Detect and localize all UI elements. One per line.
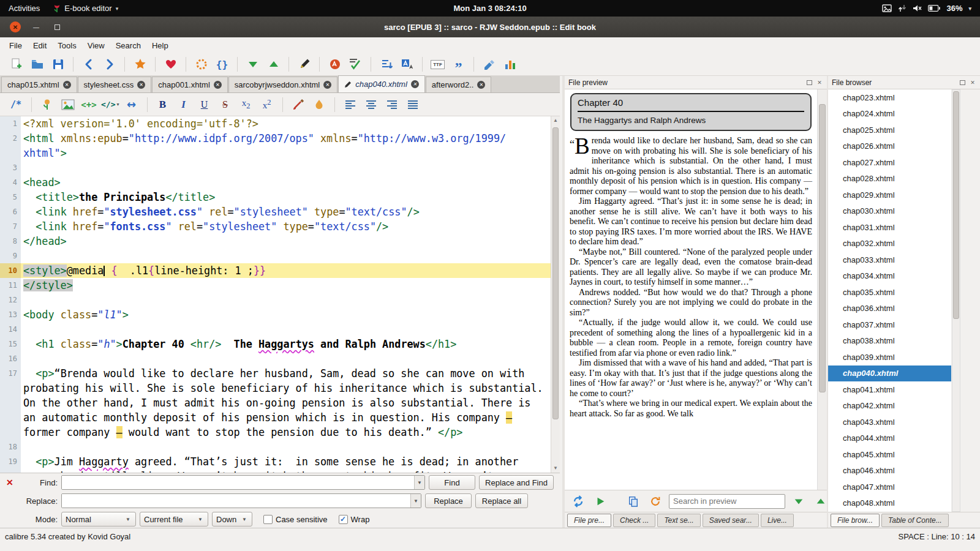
go-previous-icon[interactable] <box>265 56 282 73</box>
file-item-chap045-xhtml[interactable]: chap045.xhtml <box>828 446 951 463</box>
file-item-chap033-xhtml[interactable]: chap033.xhtml <box>828 252 951 268</box>
arrange-icon[interactable] <box>377 56 395 73</box>
file-item-chap037-xhtml[interactable]: chap037.xhtml <box>828 317 951 333</box>
direction-select[interactable]: Down▼ <box>212 512 252 527</box>
auto-reload-icon[interactable] <box>647 493 664 510</box>
clock[interactable]: Mon Jan 3 08:24:10 <box>0 4 980 13</box>
code-line[interactable]: 17 <p>“Brenda would like to declare her … <box>0 366 551 440</box>
chevron-down-icon[interactable]: ▾ <box>968 6 971 12</box>
maximize-button[interactable] <box>51 21 62 32</box>
run-icon[interactable] <box>592 493 609 510</box>
code-line[interactable]: 7 <link href="fonts.css" rel="stylesheet… <box>0 219 551 234</box>
file-item-chap040-xhtml[interactable]: chap040.xhtml <box>828 365 951 382</box>
code-line[interactable]: 2<html xmlns:epub="http://www.idpf.org/2… <box>0 131 551 160</box>
file-item-chap032-xhtml[interactable]: chap032.xhtml <box>828 236 951 252</box>
dock-tab-table-of-conte[interactable]: Table of Conte... <box>881 514 949 527</box>
close-panel-icon[interactable]: ✕ <box>969 79 976 86</box>
code-line[interactable]: 9 <box>0 249 551 263</box>
search-next-icon[interactable] <box>790 493 807 510</box>
donate-heart-icon[interactable] <box>162 56 179 73</box>
file-item-chap044-xhtml[interactable]: chap044.xhtml <box>828 430 951 447</box>
manage-fonts-icon[interactable]: TTF <box>429 56 447 73</box>
code-line[interactable]: 15 <h1 class="h">Chapter 40 <hr/> The Ha… <box>0 337 551 351</box>
tab-close-icon[interactable]: ✕ <box>214 81 222 89</box>
code-line[interactable]: 5 <title>the Principals</title> <box>0 190 551 204</box>
insert-special-character-icon[interactable] <box>39 96 56 113</box>
file-item-chap042-xhtml[interactable]: chap042.xhtml <box>828 398 951 414</box>
swap-tag-icon[interactable]: ↔ <box>123 96 140 113</box>
back-icon[interactable] <box>80 56 97 73</box>
scope-select[interactable]: Current file▼ <box>140 512 208 527</box>
copy-icon[interactable] <box>625 493 642 510</box>
tab-close-icon[interactable]: ✕ <box>411 80 419 88</box>
wrap-checkbox[interactable]: ✓ Wrap <box>339 515 370 524</box>
preview-scrollbar[interactable] <box>817 89 827 490</box>
tab-close-icon[interactable]: ✕ <box>63 81 71 89</box>
replace-and-find-button[interactable]: Replace and Find <box>479 475 554 490</box>
file-item-chap034-xhtml[interactable]: chap034.xhtml <box>828 268 951 285</box>
tab-sarcobyrjwseddon-xhtml[interactable]: sarcobyrjwseddon.xhtml✕ <box>228 77 337 92</box>
menu-file[interactable]: File <box>4 39 28 52</box>
search-previous-icon[interactable] <box>812 493 829 510</box>
file-item-chap041-xhtml[interactable]: chap041.xhtml <box>828 381 951 398</box>
underline-icon[interactable]: U <box>196 96 213 113</box>
code-line[interactable]: 18 <box>0 440 551 454</box>
code-editor[interactable]: 1<?xml version='1.0' encoding='utf-8'?>2… <box>0 116 560 473</box>
close-find-icon[interactable]: ✕ <box>6 478 16 487</box>
scroll-down-icon[interactable]: ▼ <box>551 464 560 473</box>
code-line[interactable]: 12 <box>0 293 551 307</box>
superscript-icon[interactable]: x2 <box>258 96 276 113</box>
file-item-chap047-xhtml[interactable]: chap047.xhtml <box>828 479 951 495</box>
go-next-icon[interactable] <box>244 56 262 73</box>
align-center-icon[interactable] <box>363 96 380 113</box>
replace-all-button[interactable]: Replace all <box>475 493 528 508</box>
preview-search-input[interactable] <box>669 494 785 509</box>
case-sensitive-checkbox[interactable]: Case sensitive <box>263 515 328 524</box>
tab-close-icon[interactable]: ✕ <box>477 81 485 89</box>
code-line[interactable]: 19 <p>Jim Haggarty agreed. “That’s just … <box>0 454 551 473</box>
dock-tab-text-se[interactable]: Text se... <box>657 514 700 527</box>
window-titlebar[interactable]: ✕ — sarco [EPUB 3] :: sarco - RJW Seddon… <box>0 17 980 37</box>
editor-scrollbar[interactable]: ▲ ▼ <box>551 116 560 473</box>
close-button[interactable]: ✕ <box>10 21 21 32</box>
file-item-chap035-xhtml[interactable]: chap035.xhtml <box>828 284 951 301</box>
app-menu[interactable]: E-book editor ▾ <box>53 4 118 13</box>
menu-edit[interactable]: Edit <box>28 39 52 52</box>
scrollbar-thumb[interactable] <box>819 104 826 392</box>
dock-tab-saved-sear[interactable]: Saved sear... <box>703 514 759 527</box>
code-line[interactable]: 10<style>@media { .l1{line-height: 1 ;}} <box>0 263 551 278</box>
file-item-chap026-xhtml[interactable]: chap026.xhtml <box>828 138 951 155</box>
file-item-chap030-xhtml[interactable]: chap030.xhtml <box>828 203 951 220</box>
dock-tab-check[interactable]: Check ... <box>613 514 655 527</box>
file-list[interactable]: chap023.xhtmlchap024.xhtmlchap025.xhtmlc… <box>828 89 951 512</box>
file-item-chap028-xhtml[interactable]: chap028.xhtml <box>828 171 951 187</box>
tab-chap015-xhtml[interactable]: chap015.xhtml✕ <box>1 77 77 92</box>
align-justify-icon[interactable] <box>404 96 421 113</box>
strikethrough-icon[interactable]: S <box>217 96 234 113</box>
float-panel-icon[interactable] <box>959 79 966 86</box>
file-item-chap046-xhtml[interactable]: chap046.xhtml <box>828 463 951 479</box>
menu-search[interactable]: Search <box>110 39 146 52</box>
find-button[interactable]: Find <box>429 475 475 490</box>
volume-muted-icon[interactable] <box>913 4 922 12</box>
minimize-button[interactable]: — <box>31 21 42 32</box>
code-lines[interactable]: 1<?xml version='1.0' encoding='utf-8'?>2… <box>0 116 551 473</box>
find-history-icon[interactable]: ▼ <box>414 476 424 489</box>
file-item-chap048-xhtml[interactable]: chap048.xhtml <box>828 495 951 512</box>
special-character-icon[interactable] <box>192 56 210 73</box>
dock-tab-live[interactable]: Live... <box>761 514 794 527</box>
replace-button[interactable]: Replace <box>425 493 472 508</box>
beautify-braces-icon[interactable]: {} <box>213 56 231 73</box>
sign-pen-icon[interactable] <box>295 56 313 73</box>
file-item-chap031-xhtml[interactable]: chap031.xhtml <box>828 219 951 236</box>
subscript-icon[interactable]: x2 <box>238 96 255 113</box>
replace-history-icon[interactable]: ▼ <box>410 494 421 508</box>
menu-view[interactable]: View <box>82 39 110 52</box>
scrollbar-thumb[interactable] <box>552 127 559 419</box>
tab-close-icon[interactable]: ✕ <box>323 81 331 89</box>
code-line[interactable]: 1<?xml version='1.0' encoding='utf-8'?> <box>0 116 551 131</box>
file-item-chap029-xhtml[interactable]: chap029.xhtml <box>828 187 951 203</box>
tab-chap001-xhtml[interactable]: chap001.xhtml✕ <box>152 77 228 92</box>
file-item-chap023-xhtml[interactable]: chap023.xhtml <box>828 89 951 106</box>
open-book-icon[interactable] <box>28 56 46 73</box>
